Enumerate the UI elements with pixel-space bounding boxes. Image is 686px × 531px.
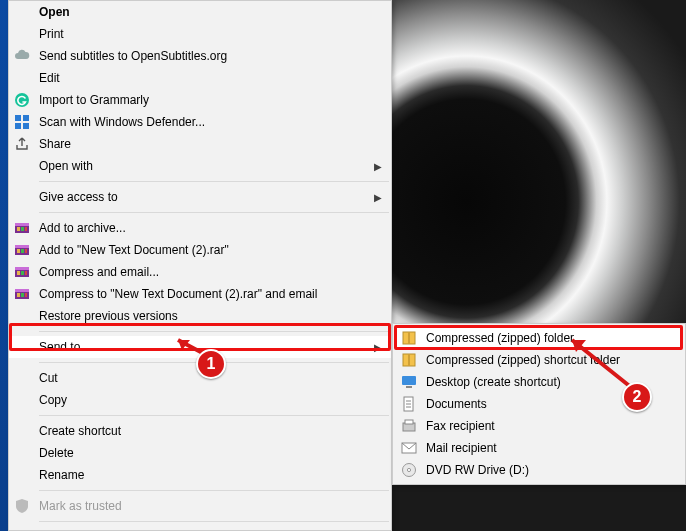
cloud-icon	[13, 47, 31, 65]
blank-icon	[13, 69, 31, 87]
svg-rect-26	[408, 332, 410, 344]
menu-item-label: Add to "New Text Document (2).rar"	[39, 243, 383, 257]
chevron-right-icon: ▶	[373, 342, 383, 353]
context-menu: OpenPrintSend subtitles to OpenSubtitles…	[8, 0, 392, 531]
menu-item-print[interactable]: Print	[9, 23, 391, 45]
menu-item-scan-with-windows-defender[interactable]: Scan with Windows Defender...	[9, 111, 391, 133]
menu-separator	[39, 415, 389, 416]
blank-icon	[13, 3, 31, 21]
menu-item-compress-to-new-text-document-2-rar-and-[interactable]: Compress to "New Text Document (2).rar" …	[9, 283, 391, 305]
svg-rect-36	[405, 420, 413, 424]
menu-item-label: Create shortcut	[39, 424, 383, 438]
blank-icon	[13, 25, 31, 43]
annotation-badge-1: 1	[196, 349, 226, 379]
sendto-item-compressed-zipped-folder[interactable]: Compressed (zipped) folder	[396, 327, 682, 349]
blank-icon	[13, 307, 31, 325]
svg-rect-3	[15, 123, 21, 129]
blank-icon	[13, 391, 31, 409]
menu-item-properties[interactable]: Properties	[9, 526, 391, 531]
menu-item-label: Give access to	[39, 190, 373, 204]
menu-item-share[interactable]: Share	[9, 133, 391, 155]
menu-item-delete[interactable]: Delete	[9, 442, 391, 464]
menu-item-copy[interactable]: Copy	[9, 389, 391, 411]
winrar-icon	[13, 285, 31, 303]
menu-item-label: Compress and email...	[39, 265, 383, 279]
svg-rect-23	[21, 293, 24, 297]
winrar-icon	[13, 263, 31, 281]
chevron-right-icon: ▶	[373, 161, 383, 172]
disc-icon	[400, 461, 418, 479]
menu-item-label: Compress to "New Text Document (2).rar" …	[39, 287, 383, 301]
menu-item-edit[interactable]: Edit	[9, 67, 391, 89]
menu-item-restore-previous-versions[interactable]: Restore previous versions	[9, 305, 391, 327]
menu-item-compress-and-email[interactable]: Compress and email...	[9, 261, 391, 283]
svg-rect-19	[25, 271, 27, 275]
zip-icon	[400, 329, 418, 347]
svg-rect-21	[15, 289, 29, 292]
menu-item-open[interactable]: Open	[9, 1, 391, 23]
menu-item-label: Import to Grammarly	[39, 93, 383, 107]
menu-item-label: Open with	[39, 159, 373, 173]
svg-rect-24	[25, 293, 27, 297]
menu-item-label: Fax recipient	[426, 419, 674, 433]
mail-icon	[400, 439, 418, 457]
menu-item-label: DVD RW Drive (D:)	[426, 463, 674, 477]
sendto-item-mail-recipient[interactable]: Mail recipient	[396, 437, 682, 459]
menu-item-add-to-archive[interactable]: Add to archive...	[9, 217, 391, 239]
svg-rect-2	[23, 115, 29, 121]
svg-rect-17	[17, 271, 20, 275]
zip-icon	[400, 351, 418, 369]
svg-point-39	[407, 468, 410, 471]
svg-rect-14	[25, 249, 27, 253]
sendto-item-dvd-rw-drive-d[interactable]: DVD RW Drive (D:)	[396, 459, 682, 481]
svg-rect-6	[15, 223, 29, 226]
menu-separator	[39, 521, 389, 522]
menu-item-give-access-to[interactable]: Give access to▶	[9, 186, 391, 208]
share-icon	[13, 135, 31, 153]
svg-rect-1	[15, 115, 21, 121]
svg-rect-16	[15, 267, 29, 270]
menu-item-label: Mark as trusted	[39, 499, 383, 513]
menu-item-label: Send subtitles to OpenSubtitles.org	[39, 49, 383, 63]
grammarly-icon	[13, 91, 31, 109]
svg-rect-18	[21, 271, 24, 275]
fax-icon	[400, 417, 418, 435]
blank-icon	[13, 157, 31, 175]
blank-icon	[13, 188, 31, 206]
annotation-badge-2: 2	[622, 382, 652, 412]
docs-icon	[400, 395, 418, 413]
menu-item-open-with[interactable]: Open with▶	[9, 155, 391, 177]
svg-rect-28	[408, 354, 410, 366]
trust-icon	[13, 497, 31, 515]
menu-separator	[39, 212, 389, 213]
svg-rect-8	[21, 227, 24, 231]
menu-separator	[39, 331, 389, 332]
blank-icon	[13, 338, 31, 356]
menu-item-label: Open	[39, 5, 383, 19]
blank-icon	[13, 422, 31, 440]
svg-rect-29	[402, 376, 416, 385]
menu-item-label: Edit	[39, 71, 383, 85]
menu-item-import-to-grammarly[interactable]: Import to Grammarly	[9, 89, 391, 111]
menu-item-rename[interactable]: Rename	[9, 464, 391, 486]
menu-separator	[39, 181, 389, 182]
menu-item-label: Scan with Windows Defender...	[39, 115, 383, 129]
svg-rect-4	[23, 123, 29, 129]
menu-item-label: Share	[39, 137, 383, 151]
svg-rect-7	[17, 227, 20, 231]
blank-icon	[13, 369, 31, 387]
sendto-item-compressed-zipped-shortcut-folder[interactable]: Compressed (zipped) shortcut folder	[396, 349, 682, 371]
menu-item-label: Restore previous versions	[39, 309, 383, 323]
menu-item-label: Print	[39, 27, 383, 41]
menu-item-create-shortcut[interactable]: Create shortcut	[9, 420, 391, 442]
sendto-item-fax-recipient[interactable]: Fax recipient	[396, 415, 682, 437]
menu-item-label: Rename	[39, 468, 383, 482]
winrar-icon	[13, 219, 31, 237]
menu-item-add-to-new-text-document-2-rar[interactable]: Add to "New Text Document (2).rar"	[9, 239, 391, 261]
menu-item-send-subtitles-to-opensubtitles-org[interactable]: Send subtitles to OpenSubtitles.org	[9, 45, 391, 67]
menu-item-mark-as-trusted: Mark as trusted	[9, 495, 391, 517]
winrar-icon	[13, 241, 31, 259]
desktop-icon	[400, 373, 418, 391]
menu-item-label: Compressed (zipped) shortcut folder	[426, 353, 674, 367]
menu-item-label: Compressed (zipped) folder	[426, 331, 674, 345]
